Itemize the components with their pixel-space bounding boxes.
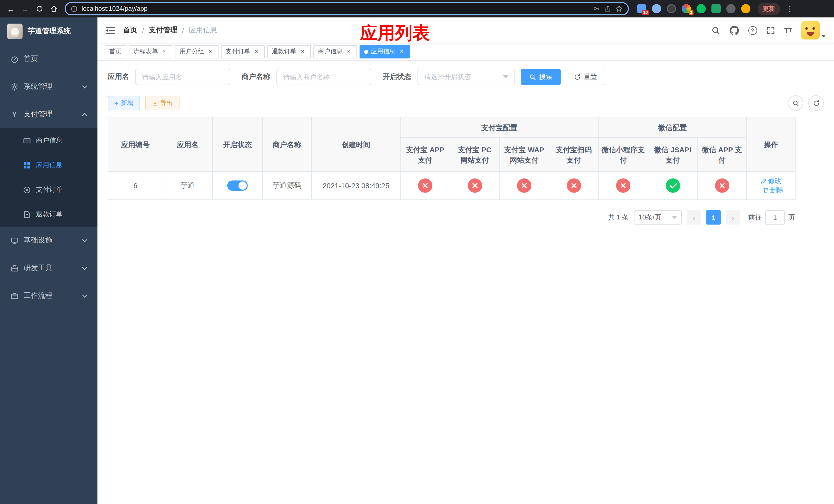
breadcrumb-separator: / <box>142 26 144 35</box>
browser-back-button[interactable]: ← <box>4 2 18 15</box>
tab-pay-order[interactable]: 支付订单× <box>221 45 265 58</box>
app-name-input[interactable] <box>135 69 230 85</box>
close-icon[interactable]: × <box>207 48 214 55</box>
page-size-select[interactable]: 10条/页 <box>634 210 682 225</box>
page-number-1[interactable]: 1 <box>706 210 721 225</box>
header-search-icon[interactable] <box>711 26 720 35</box>
tab-user-group[interactable]: 用户分组× <box>175 45 219 58</box>
close-icon[interactable]: × <box>299 48 306 55</box>
close-icon[interactable]: × <box>345 48 352 55</box>
prev-page-button[interactable]: ‹ <box>687 210 701 225</box>
sidebar-item-dev-tools[interactable]: 研发工具 <box>0 254 97 282</box>
password-key-icon[interactable] <box>593 5 600 12</box>
extension-badge: 1 <box>689 10 694 15</box>
bookmark-star-icon[interactable] <box>615 5 623 12</box>
site-info-icon[interactable] <box>71 5 78 12</box>
sidebar-item-pay-order[interactable]: 支付订单 <box>0 177 97 202</box>
sidebar-item-infrastructure[interactable]: 基础设施 <box>0 227 97 254</box>
help-icon[interactable]: ? <box>748 26 757 35</box>
sidebar-fold-icon[interactable] <box>106 26 115 34</box>
active-dot <box>364 49 368 53</box>
cell-app-id: 6 <box>108 171 163 200</box>
cell-wechat-lite <box>598 171 648 200</box>
extension-badge: 10 <box>642 10 649 15</box>
close-icon[interactable]: × <box>398 48 405 55</box>
next-page-button[interactable]: › <box>726 210 740 225</box>
order-circle-icon <box>23 186 31 194</box>
merchant-name-input[interactable] <box>277 69 371 85</box>
delete-link[interactable]: 删除 <box>763 186 784 195</box>
sidebar-item-refund-order[interactable]: 退款订单 <box>0 202 97 227</box>
close-icon[interactable]: × <box>253 48 260 55</box>
user-avatar <box>801 21 820 40</box>
sidebar: 芋道管理系统 首页 系统管理 ¥ 支付管理 <box>0 18 97 504</box>
browser-reload-button[interactable] <box>33 2 46 15</box>
tab-refund-order[interactable]: 退款订单× <box>267 45 311 58</box>
browser-home-button[interactable] <box>47 2 61 15</box>
extension-icon-2[interactable] <box>652 4 661 13</box>
refresh-table-button[interactable] <box>808 95 824 111</box>
cell-wechat-jsapi <box>648 171 697 200</box>
app-title: 芋道管理系统 <box>28 27 71 36</box>
share-icon[interactable] <box>604 5 611 12</box>
sidebar-item-label: 商户信息 <box>36 136 63 145</box>
refresh-icon <box>813 100 819 107</box>
sidebar-item-app-info[interactable]: 应用信息 <box>0 153 97 177</box>
tab-app-info[interactable]: 应用信息× <box>359 45 410 58</box>
add-button[interactable]: + 新增 <box>108 96 140 110</box>
yen-icon: ¥ <box>10 110 19 118</box>
app-table: 应用编号 应用名 开启状态 商户名称 创建时间 支付宝配置 微信配置 操作 支付… <box>108 117 795 200</box>
tab-merchant-info[interactable]: 商户信息× <box>313 45 357 58</box>
extension-icon-1[interactable]: 10 <box>637 4 646 13</box>
search-button[interactable]: 搜索 <box>521 69 561 85</box>
tab-process-form[interactable]: 流程表单× <box>129 45 172 58</box>
extension-icon-6[interactable] <box>711 4 721 13</box>
workflow-icon <box>10 292 19 300</box>
sidebar-item-merchant-info[interactable]: 商户信息 <box>0 128 97 153</box>
font-size-icon[interactable]: TT <box>784 26 792 34</box>
sidebar-item-label: 退款订单 <box>36 210 63 219</box>
user-menu[interactable] <box>801 21 826 40</box>
address-bar[interactable]: localhost:1024/pay/app <box>65 2 629 15</box>
sidebar-item-workflow[interactable]: 工作流程 <box>0 282 97 310</box>
col-alipay-wap: 支付宝 WAP 网站支付 <box>499 138 549 171</box>
extension-icon-4[interactable]: 1 <box>682 4 691 13</box>
github-icon[interactable] <box>729 25 739 35</box>
status-select[interactable]: 请选择开启状态 <box>418 69 515 85</box>
sidebar-logo[interactable]: 芋道管理系统 <box>0 18 97 45</box>
monitor-icon <box>10 236 19 245</box>
extension-icon-3[interactable] <box>667 4 676 13</box>
sidebar-item-payment[interactable]: ¥ 支付管理 <box>0 100 97 128</box>
toggle-search-button[interactable] <box>788 95 803 111</box>
status-select-placeholder: 请选择开启状态 <box>424 72 471 82</box>
close-icon[interactable]: × <box>160 48 168 55</box>
reset-button[interactable]: 重置 <box>566 69 605 85</box>
tab-label: 支付订单 <box>226 47 250 56</box>
status-label: 开启状态 <box>382 72 411 82</box>
goto-page-input[interactable] <box>765 210 785 225</box>
payment-submenu: 商户信息 应用信息 支付订单 <box>0 128 97 227</box>
logo-avatar <box>7 24 23 39</box>
col-group-wechat: 微信配置 <box>598 117 747 138</box>
sidebar-item-system[interactable]: 系统管理 <box>0 73 97 100</box>
export-button-label: 导出 <box>160 99 173 108</box>
enabled-icon <box>665 178 680 193</box>
browser-update-button[interactable]: 更新 <box>758 2 780 15</box>
extension-icon-5[interactable] <box>697 4 706 13</box>
browser-forward-button[interactable]: → <box>19 2 32 15</box>
breadcrumb-home[interactable]: 首页 <box>123 26 137 35</box>
status-toggle[interactable] <box>227 181 248 191</box>
tab-label: 首页 <box>109 47 122 56</box>
export-button[interactable]: 导出 <box>145 96 179 110</box>
sidebar-item-home[interactable]: 首页 <box>0 45 97 73</box>
fullscreen-icon[interactable] <box>766 26 775 35</box>
tab-home[interactable]: 首页 <box>105 45 126 58</box>
edit-link[interactable]: 修改 <box>761 176 782 186</box>
chevron-down-icon <box>82 239 87 242</box>
extension-icon-8[interactable] <box>741 4 750 13</box>
breadcrumb-payment[interactable]: 支付管理 <box>149 26 177 35</box>
credit-card-icon <box>23 136 31 144</box>
navbar-actions: ? TT <box>711 21 826 40</box>
extension-icon-7[interactable] <box>726 4 736 13</box>
browser-menu-icon[interactable]: ⋮ <box>785 5 794 13</box>
